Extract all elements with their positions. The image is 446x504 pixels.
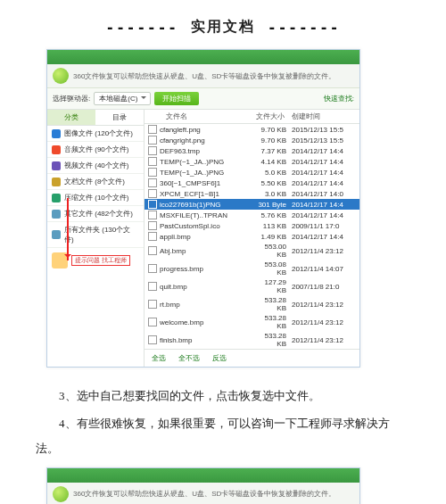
table-row[interactable]: Abj.bmp553.00 KB2012/11/4 23:12 — [145, 242, 359, 260]
row-checkbox[interactable] — [148, 157, 157, 166]
table-row[interactable]: TEMP(~1_JA..)PNG5.0 KB2014/12/17 14:4 — [145, 167, 359, 178]
row-checkbox[interactable] — [148, 211, 157, 219]
quick-find-label: 快速查找: — [324, 94, 354, 103]
sidebar-item[interactable]: 所有文件夹 (130个文件) — [47, 222, 144, 248]
row-checkbox[interactable] — [148, 232, 157, 241]
title-dash-right: ------- — [268, 19, 340, 36]
folder-icon — [52, 129, 61, 138]
folder-icon — [52, 194, 61, 202]
table-row[interactable]: rt.bmp533.28 KB2012/11/4 23:12 — [145, 295, 359, 313]
row-checkbox[interactable] — [148, 335, 157, 344]
table-row[interactable]: 360[~1_CMPSF6]15.50 KB2014/12/17 14:4 — [145, 178, 359, 188]
table-row[interactable]: XPCM_ECF[1~B]13.0 KB2014/12/17 14:0 — [145, 188, 359, 199]
page-title: ------- 实用文档 ------- — [36, 18, 410, 37]
table-header: 文件名 文件大小 创建时间 — [145, 110, 359, 124]
row-checkbox[interactable] — [148, 125, 157, 134]
table-row[interactable]: DEF963.tmp7.37 KB2014/12/17 14:4 — [145, 145, 359, 156]
row-checkbox[interactable] — [148, 300, 157, 309]
row-checkbox[interactable] — [148, 246, 157, 255]
row-checkbox[interactable] — [148, 168, 157, 177]
sidebar-item[interactable]: 视频文件 (40个文件) — [47, 158, 144, 174]
table-row[interactable]: cfangleft.png9.70 KB2015/12/13 15:5 — [145, 124, 359, 135]
table-row[interactable]: welcome.bmp533.28 KB2012/11/4 23:12 — [145, 313, 359, 331]
folder-icon — [52, 178, 61, 186]
select-all-link[interactable]: 全选 — [152, 353, 166, 363]
app-screenshot: 360文件恢复可以帮助您快速从硬盘、U盘、SD卡等磁盘设备中恢复被删除的文件。 … — [46, 467, 360, 504]
sidebar-item[interactable]: 图像文件 (120个文件) — [47, 126, 144, 142]
table-row[interactable]: cfangright.png9.70 KB2015/12/13 15:5 — [145, 135, 359, 145]
table-row[interactable]: quit.bmp127.29 KB2007/11/8 21:0 — [145, 277, 359, 295]
engineer-help-button[interactable]: 提示问题 找工程师 — [71, 255, 130, 266]
instruction-step-4: 4、有些很难恢复，如果很重要，可以咨询一下工程师寻求解决方法。 — [36, 411, 410, 460]
row-checkbox[interactable] — [148, 221, 157, 230]
row-checkbox[interactable] — [148, 178, 157, 187]
folder-icon — [52, 161, 61, 170]
sidebar-item[interactable]: 其它文件 (482个文件) — [47, 206, 144, 222]
title-dash-left: ------- — [106, 19, 178, 36]
row-checkbox[interactable] — [148, 318, 157, 326]
instruction-step-3: 3、选中自己想要找回的文件，点击恢复选中文件。 — [36, 384, 410, 408]
app-logo-icon — [53, 68, 69, 84]
app-banner: 360文件恢复可以帮助您快速从硬盘、U盘、SD卡等磁盘设备中恢复被删除的文件。 — [47, 483, 359, 504]
drive-select[interactable]: 本地磁盘(C) — [94, 92, 151, 105]
table-row[interactable]: progress.bmp553.08 KB2012/11/4 14:07 — [145, 260, 359, 277]
table-row[interactable]: finish.bmp533.28 KB2012/11/4 23:12 — [145, 331, 359, 349]
sidebar-item[interactable]: 压缩文件 (10个文件) — [47, 190, 144, 206]
select-none-link[interactable]: 全不选 — [178, 353, 200, 363]
table-row[interactable]: PastCustomSpl.ico113 KB2009/11/1 17:0 — [145, 220, 359, 231]
folder-icon — [52, 230, 61, 239]
app-banner: 360文件恢复可以帮助您快速从硬盘、U盘、SD卡等磁盘设备中恢复被删除的文件。 — [47, 64, 359, 88]
app-titlebar — [47, 50, 359, 64]
app-titlebar — [47, 468, 359, 483]
tab-category[interactable]: 分类 — [47, 110, 95, 125]
folder-icon — [52, 145, 61, 154]
table-row[interactable]: MSXFILE(T)..TPRAN5.76 KB2014/12/17 14:4 — [145, 210, 359, 220]
app-logo-icon — [53, 486, 69, 502]
table-row[interactable]: ico227691b(1)PNG301 Byte2014/12/17 14:4 — [145, 199, 359, 210]
row-checkbox[interactable] — [148, 146, 157, 155]
title-text: 实用文档 — [191, 18, 255, 37]
banner-text: 360文件恢复可以帮助您快速从硬盘、U盘、SD卡等磁盘设备中恢复被删除的文件。 — [73, 71, 335, 81]
scan-label: 选择驱动器: — [53, 94, 90, 103]
select-invert-link[interactable]: 反选 — [212, 353, 227, 363]
row-checkbox[interactable] — [148, 200, 157, 209]
table-row[interactable]: TEMP(~1_JA..)PNG4.14 KB2014/12/17 14:4 — [145, 156, 359, 167]
row-checkbox[interactable] — [148, 264, 157, 273]
scan-button[interactable]: 开始扫描 — [154, 92, 199, 105]
row-checkbox[interactable] — [148, 189, 157, 198]
table-row[interactable]: appli.bmp1.49 KB2014/12/17 14:4 — [145, 231, 359, 242]
tab-directory[interactable]: 目录 — [95, 110, 144, 125]
row-checkbox[interactable] — [148, 136, 157, 145]
folder-icon — [52, 210, 61, 219]
row-checkbox[interactable] — [148, 282, 157, 291]
app-screenshot: 360文件恢复可以帮助您快速从硬盘、U盘、SD卡等磁盘设备中恢复被删除的文件。 … — [46, 49, 360, 368]
red-arrow-annotation — [67, 198, 69, 260]
sidebar-item[interactable]: 文档文件 (8个文件) — [47, 174, 144, 190]
sidebar-item[interactable]: 音频文件 (90个文件) — [47, 142, 144, 158]
sidebar: 分类 目录 图像文件 (120个文件)音频文件 (90个文件)视频文件 (40个… — [47, 110, 145, 367]
banner-text: 360文件恢复可以帮助您快速从硬盘、U盘、SD卡等磁盘设备中恢复被删除的文件。 — [73, 489, 335, 499]
